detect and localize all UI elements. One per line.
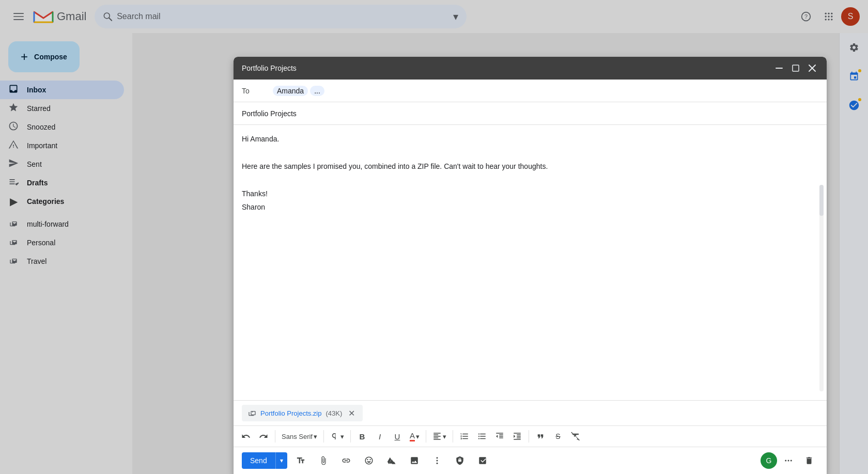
expand-button[interactable] [789,62,802,74]
indent-more-button[interactable] [509,428,525,445]
bold-button[interactable]: B [354,428,370,445]
body-line-3: Here are the samples I promised you, com… [242,161,818,172]
svg-point-20 [436,457,438,459]
formatting-toolbar: Sans Serif ▾ ▾ B I U A ▾ [234,425,827,447]
toolbar-divider-6 [529,430,529,443]
link-button[interactable] [337,451,355,470]
text-color-icon: A [410,431,415,441]
compose-scrollbar-track [819,185,824,391]
font-family-selector[interactable]: Sans Serif ▾ [278,431,320,443]
toolbar-divider-4 [426,430,426,443]
attachment-chip: Portfolio Projects.zip (43K) ✕ [242,405,363,421]
attachment-size: (43K) [326,409,343,417]
delete-draft-button[interactable] [800,451,818,470]
drive-button[interactable] [382,451,401,470]
body-line-5: Thanks! [242,188,818,199]
font-size-selector[interactable]: ▾ [327,430,347,443]
text-color-chevron: ▾ [416,433,420,440]
toolbar-divider-5 [453,430,453,443]
photo-button[interactable] [405,451,424,470]
recipient-chip-amanda: Amanda [273,86,308,96]
compose-window: Portfolio Projects To [234,57,827,474]
svg-rect-17 [793,65,799,71]
toolbar-divider-1 [275,430,275,443]
text-format-button[interactable] [291,451,310,470]
blockquote-button[interactable] [532,428,549,445]
italic-button[interactable]: I [371,428,388,445]
compose-titlebar-actions [773,62,818,74]
svg-point-23 [785,460,786,462]
bulleted-list-button[interactable] [474,428,490,445]
compose-editor[interactable]: Hi Amanda. Here are the samples I promis… [234,125,827,400]
compose-body: To Amanda ... Hi Amanda. Here are the sa… [234,80,827,474]
signature-button[interactable] [473,451,492,470]
recipient-chips: Amanda ... [273,86,818,96]
close-button[interactable] [806,62,818,74]
font-size-chevron: ▾ [340,433,344,440]
send-group: Send ▾ [242,452,287,469]
body-line-4 [242,174,818,185]
indent-less-button[interactable] [491,428,508,445]
svg-point-24 [788,460,789,462]
to-field[interactable]: To Amanda ... [234,80,827,102]
text-color-selector[interactable]: A ▾ [407,429,423,444]
user-avatar-small: G [761,452,777,469]
svg-point-25 [791,460,792,462]
underline-button[interactable]: U [389,428,406,445]
toolbar-divider-3 [350,430,351,443]
more-options-button[interactable] [428,451,446,470]
svg-point-22 [436,463,438,464]
align-icon [432,432,442,441]
compose-bottombar: Send ▾ [234,447,827,474]
attachment-name: Portfolio Projects.zip [260,409,322,417]
subject-input[interactable] [242,109,818,118]
body-line-6: Sharon [242,201,818,213]
compose-scrollbar-thumb [819,185,824,216]
svg-rect-16 [776,68,783,69]
strikethrough-button[interactable]: S [550,428,566,445]
undo-button[interactable] [238,428,254,445]
numbered-list-button[interactable] [456,428,473,445]
body-line-1: Hi Amanda. [242,133,818,145]
compose-titlebar: Portfolio Projects [234,57,827,80]
minimize-button[interactable] [773,62,785,74]
bottom-right-actions: G [756,451,818,470]
align-selector[interactable]: ▾ [429,430,450,443]
align-chevron: ▾ [443,433,446,440]
attach-button[interactable] [314,451,333,470]
paragraph-icon [330,432,339,441]
redo-button[interactable] [255,428,272,445]
svg-point-21 [436,460,438,462]
attachment-remove-button[interactable]: ✕ [346,408,357,418]
font-family-label: Sans Serif [282,433,313,440]
compose-window-title: Portfolio Projects [242,64,773,72]
remove-format-button[interactable] [567,428,584,445]
toolbar-divider-2 [323,430,324,443]
confidential-button[interactable] [451,451,469,470]
recipient-chip-extra: ... [310,86,324,96]
to-label: To [242,87,273,95]
body-line-2 [242,147,818,158]
emoji-button[interactable] [360,451,378,470]
send-button[interactable]: Send [242,452,275,469]
zip-icon [248,409,256,417]
more-compose-options[interactable] [779,451,798,470]
send-dropdown-button[interactable]: ▾ [275,452,287,469]
subject-field[interactable] [234,102,827,125]
font-family-chevron: ▾ [314,433,317,440]
attachment-area: Portfolio Projects.zip (43K) ✕ [234,400,827,425]
